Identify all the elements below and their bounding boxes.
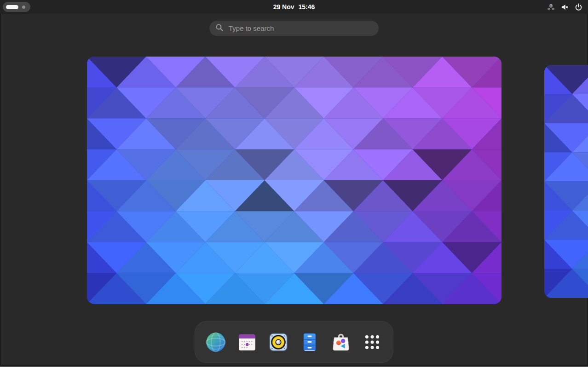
web-browser-globe-icon [205,331,227,353]
screen-bottom-edge [0,365,588,367]
workspace-thumbnail-current[interactable] [87,57,502,304]
dock-app-web-browser[interactable] [203,326,228,358]
inactive-workspace-dot [22,6,25,9]
active-workspace-pill [6,5,18,9]
network-unknown-icon: ? [547,3,555,11]
clock-date: 29 Nov [273,3,294,11]
wallpaper-image [87,57,502,304]
clock-button[interactable]: 29 Nov 15:46 [273,0,315,14]
calendar-icon [236,331,258,353]
dock-app-music-player[interactable] [266,326,291,358]
top-bar: 29 Nov 15:46 ? [0,0,588,14]
workspace-indicator[interactable] [3,2,30,12]
dock-app-software[interactable] [329,326,353,358]
gnome-activities-overview: 29 Nov 15:46 ? [0,0,588,367]
dock-app-calendar[interactable] [235,326,259,358]
dock-app-files[interactable] [297,326,322,358]
dock-app-grid-button[interactable] [360,326,385,358]
clock-time: 15:46 [299,3,315,11]
power-icon [575,3,582,11]
files-cabinet-icon [299,331,321,353]
svg-text:?: ? [549,3,552,8]
search-input[interactable] [228,24,375,33]
software-store-bag-icon [330,331,352,353]
dash-dock [195,321,393,363]
workspace-thumbnail-next[interactable] [544,65,588,298]
wallpaper-image [544,65,588,298]
search-entry[interactable] [209,21,379,36]
app-grid-icon [361,331,383,353]
music-speaker-icon [267,331,289,353]
system-status-area[interactable]: ? [547,0,582,14]
search-icon [215,23,224,34]
volume-muted-icon [561,3,569,11]
